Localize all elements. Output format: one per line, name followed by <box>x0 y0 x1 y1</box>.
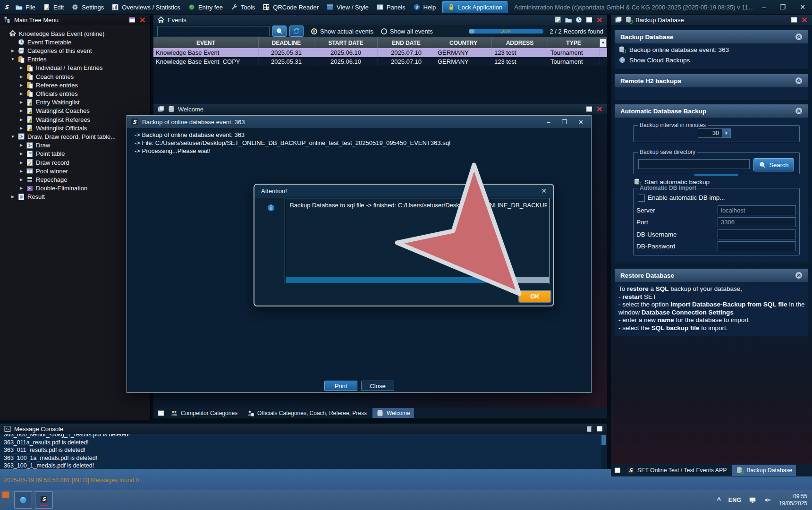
section-restore-database[interactable]: Restore Database <box>615 269 808 282</box>
enable-auto-import-checkbox[interactable] <box>638 195 645 202</box>
menu-item-overviews-statistics[interactable]: Overviews / Statistics <box>108 2 184 12</box>
print-button[interactable]: Print <box>324 381 357 391</box>
expander-closed-icon[interactable]: ▶ <box>19 92 24 96</box>
expander-closed-icon[interactable]: ▶ <box>19 186 24 190</box>
tree-item-coach-entries[interactable]: ▶Coach entries <box>19 72 74 81</box>
tree-item-entries[interactable]: ▼Entries <box>10 55 46 64</box>
ok-button[interactable]: OK <box>518 290 551 303</box>
sidebar-tab-set-online-test-test-events-[interactable]: SSET Online Test / Test Events APP <box>623 465 730 476</box>
db-password-input[interactable] <box>718 241 796 251</box>
clock[interactable]: 09:55 19/05/2025 <box>779 493 807 507</box>
column-header-end-date[interactable]: END DATE <box>378 37 435 48</box>
show-cloud-backups-link[interactable]: Show Cloud Backups <box>618 56 690 64</box>
tree-item-draw[interactable]: ▶Draw <box>19 141 50 150</box>
tree-item-pool-winner[interactable]: ▶Pool winner <box>19 167 68 175</box>
panel-window-icon[interactable] <box>128 16 136 24</box>
tree-item-draw-record[interactable]: ▶Draw record <box>19 158 69 167</box>
sidebar-tab-backup-database[interactable]: Backup Database <box>732 465 796 476</box>
tree-item-categories-of-this-event[interactable]: ▶Categories of this event <box>10 46 92 55</box>
expander-closed-icon[interactable]: ▶ <box>19 169 24 173</box>
tray-expand-chevron[interactable]: ^ <box>717 496 721 504</box>
interval-combo[interactable]: 30 ▼ <box>698 128 731 138</box>
expander-closed-icon[interactable]: ▶ <box>19 75 24 79</box>
speaker-muted-icon[interactable] <box>764 496 771 504</box>
expander-closed-icon[interactable]: ▶ <box>19 178 24 182</box>
expander-closed-icon[interactable]: ▶ <box>19 66 24 70</box>
tree-item-result[interactable]: ▶Result <box>10 193 45 201</box>
menu-item-entry-fee[interactable]: Entry fee <box>184 2 227 12</box>
panel-window-icon[interactable] <box>790 16 798 24</box>
tree-item-knowledge-base-event-online-[interactable]: Knowledge Base Event (online) <box>2 29 104 38</box>
expander-closed-icon[interactable]: ▶ <box>19 100 24 104</box>
tree-item-officials-entries[interactable]: ▶Officials entries <box>19 89 78 98</box>
column-header-type[interactable]: TYPE <box>548 37 600 48</box>
expander-closed-icon[interactable]: ▶ <box>10 49 15 53</box>
column-header-start-date[interactable]: START DATE <box>314 37 378 48</box>
tree-item-waitinglist-coaches[interactable]: ▶Waitinglist Coaches <box>19 107 90 115</box>
tree-item-double-elimination[interactable]: ▶Double-Elimination <box>19 184 87 193</box>
expander-closed-icon[interactable]: ▶ <box>19 143 24 147</box>
modal-close-action-button[interactable]: Close <box>361 381 394 391</box>
start-icon[interactable] <box>2 492 9 498</box>
radio-show-all-events[interactable]: Show all events <box>381 28 433 35</box>
expander-closed-icon[interactable]: ▶ <box>19 118 24 122</box>
lock-application-button[interactable]: Lock Application <box>442 1 507 13</box>
tree-item-event-timetable[interactable]: Event Timetable <box>10 38 71 46</box>
expander-closed-icon[interactable]: ▶ <box>10 195 15 199</box>
console-scrollbar[interactable] <box>601 434 607 468</box>
modal-close-button[interactable]: ✕ <box>578 119 584 126</box>
backup-directory-input[interactable] <box>638 159 750 169</box>
open-folder-icon[interactable] <box>565 16 572 24</box>
modal-maximize-button[interactable]: ❐ <box>561 119 567 126</box>
section-remote-h2-backups[interactable]: Remote H2 backups <box>615 74 808 87</box>
minimize-button[interactable]: – <box>762 3 766 11</box>
column-header-event[interactable]: EVENT <box>153 37 259 48</box>
edit-event-icon[interactable] <box>554 16 562 24</box>
menu-item-view-style[interactable]: View / Style <box>322 2 372 12</box>
modal-minimize-button[interactable]: – <box>547 119 550 126</box>
column-header-deadline[interactable]: DEADLINE <box>259 37 314 48</box>
menu-item-qrcode-reader[interactable]: QRCode Reader <box>259 2 322 12</box>
tree-item-draw-draw-record-point-table-[interactable]: ▼Draw, Draw record, Point table... <box>10 132 116 141</box>
panel-window-icon[interactable] <box>596 425 603 433</box>
collapse-chevron-icon[interactable] <box>795 272 803 279</box>
refresh-button[interactable] <box>289 26 304 37</box>
db-username-input[interactable] <box>718 230 796 239</box>
panel-window-icon[interactable] <box>585 16 593 24</box>
timetable-icon[interactable] <box>575 16 583 24</box>
tree-item-waitinglist-referees[interactable]: ▶Waitinglist Referees <box>19 115 90 124</box>
tree-item-point-table[interactable]: ▶Point table <box>19 150 65 158</box>
table-row[interactable]: Knowledge Base Event_COPY2025.05.312025.… <box>153 57 607 66</box>
menu-item-panels[interactable]: Panels <box>372 2 409 12</box>
taskbar-set-app-button[interactable]: S <box>35 491 53 509</box>
panel-close-icon[interactable] <box>596 16 603 24</box>
radio-show-actual-events[interactable]: Show actual events <box>311 28 373 35</box>
directory-search-button[interactable]: Search <box>753 158 794 171</box>
tree-item-individual-team-entries[interactable]: ▶Individual / Team Entries <box>19 64 102 72</box>
taskbar-browser-button[interactable] <box>14 491 32 509</box>
event-search-input[interactable] <box>157 26 270 36</box>
maximize-button[interactable]: ❐ <box>780 3 786 11</box>
section-backup-database[interactable]: Backup Database <box>615 30 808 43</box>
window-icon[interactable] <box>157 409 165 417</box>
expander-closed-icon[interactable]: ▶ <box>19 152 24 156</box>
dialog-title-bar[interactable]: Attention! ✕ <box>254 185 553 197</box>
tab-welcome[interactable]: Welcome <box>372 408 414 418</box>
expander-closed-icon[interactable]: ▶ <box>19 83 24 87</box>
tab-competitor-categories[interactable]: Competitor Categories <box>167 408 241 418</box>
table-row[interactable]: Knowledge Base Event2025.05.312025.06.10… <box>153 48 607 57</box>
expander-open-icon[interactable]: ▼ <box>10 135 15 139</box>
column-header-address[interactable]: ADDRESS <box>492 37 548 48</box>
menu-item-file[interactable]: File <box>11 2 39 12</box>
combo-arrow-icon[interactable]: ▼ <box>722 128 731 138</box>
tab-officials-categories-coach-r[interactable]: Officials Categories, Coach, Referee, Pr… <box>243 408 371 418</box>
backup-online-db-link[interactable]: Backup online database event: 363 <box>618 46 729 53</box>
trash-icon[interactable] <box>585 425 593 433</box>
tree-item-waitinglist-officials[interactable]: ▶Waitinglist Officials <box>19 124 87 132</box>
collapse-chevron-icon[interactable] <box>795 77 803 85</box>
menu-item-settings[interactable]: Settings <box>68 2 108 12</box>
tree-item-referee-entries[interactable]: ▶Referee entries <box>19 81 78 89</box>
expander-open-icon[interactable]: ▼ <box>10 57 15 61</box>
menu-item-tools[interactable]: Tools <box>227 2 259 12</box>
server-input[interactable] <box>718 205 796 215</box>
